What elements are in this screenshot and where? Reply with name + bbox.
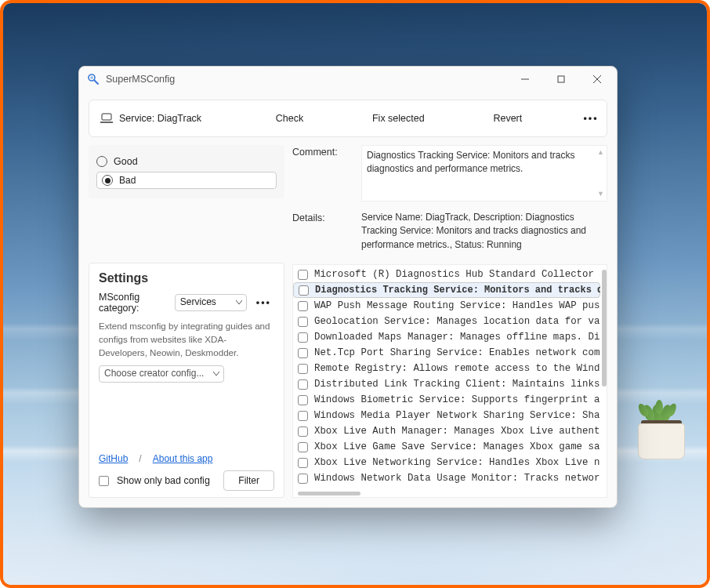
settings-hint-text: Extend msconfig by integrating guides an…: [99, 320, 274, 359]
list-item[interactable]: Downloaded Maps Manager: Manages offline…: [293, 329, 600, 345]
list-item-text: Xbox Live Game Save Service: Manages Xbo…: [314, 441, 600, 452]
list-item[interactable]: Geolocation Service: Manages location da…: [293, 314, 600, 329]
category-label: MSconfig category:: [99, 292, 168, 314]
svg-line-1: [94, 80, 98, 84]
radio-good-label: Good: [114, 156, 138, 167]
comment-text: Diagnostics Tracking Service: Monitors a…: [367, 150, 574, 174]
list-item-text: WAP Push Message Routing Service: Handle…: [314, 300, 600, 311]
svg-rect-4: [558, 76, 564, 82]
list-item[interactable]: Xbox Live Auth Manager: Manages Xbox Liv…: [293, 423, 600, 439]
settings-heading: Settings: [99, 271, 274, 285]
radio-bad-label: Bad: [119, 175, 136, 186]
toolbar-more-button[interactable]: •••: [575, 100, 607, 136]
comment-textarea[interactable]: Diagnostics Tracking Service: Monitors a…: [361, 145, 607, 201]
list-item-text: Windows Media Player Network Sharing Ser…: [314, 410, 600, 421]
list-item[interactable]: Windows Media Player Network Sharing Ser…: [293, 408, 600, 423]
github-link[interactable]: GitHub: [99, 453, 128, 464]
details-label: Details:: [292, 211, 355, 223]
check-button[interactable]: Check: [260, 100, 319, 136]
list-item[interactable]: Microsoft (R) Diagnostics Hub Standard C…: [293, 267, 600, 282]
window-title: SuperMSConfig: [106, 74, 175, 85]
services-list[interactable]: Microsoft (R) Diagnostics Hub Standard C…: [292, 264, 607, 498]
list-item-text: Distributed Link Tracking Client: Mainta…: [314, 379, 600, 390]
list-vertical-scrollbar[interactable]: [602, 270, 607, 478]
radio-dot-icon: [96, 156, 107, 167]
fix-selected-button[interactable]: Fix selected: [357, 100, 440, 136]
titlebar[interactable]: SuperMSConfig: [79, 67, 617, 92]
list-item-text: Windows Network Data Usage Monitor: Trac…: [314, 473, 600, 484]
list-item-checkbox[interactable]: [298, 395, 308, 405]
list-item-text: Geolocation Service: Manages location da…: [314, 316, 600, 327]
settings-panel: Settings MSconfig category: Services •••: [89, 263, 284, 498]
list-item-checkbox[interactable]: [298, 348, 308, 358]
list-item-text: Xbox Live Networking Service: Handles Xb…: [314, 457, 600, 468]
list-item-checkbox[interactable]: [298, 317, 308, 327]
list-item-checkbox[interactable]: [298, 301, 308, 311]
radio-good[interactable]: Good: [96, 151, 277, 172]
radio-bad[interactable]: Bad: [96, 172, 277, 189]
list-item-checkbox[interactable]: [298, 411, 308, 421]
window-maximize-button[interactable]: [543, 67, 579, 91]
list-item[interactable]: Remote Registry: Allows remote access to…: [293, 361, 600, 376]
list-item-text: Diagnostics Tracking Service: Monitors a…: [315, 285, 600, 296]
status-radio-group: Good Bad: [89, 145, 284, 198]
category-select[interactable]: Services: [175, 294, 247, 311]
list-item-checkbox[interactable]: [298, 474, 308, 484]
list-item-checkbox[interactable]: [298, 442, 308, 452]
chevron-down-icon: [213, 372, 219, 376]
list-item-text: Remote Registry: Allows remote access to…: [314, 363, 600, 374]
list-item-text: Windows Biometric Service: Supports fing…: [314, 394, 600, 405]
list-item[interactable]: Net.Tcp Port Sharing Service: Enables ne…: [293, 345, 600, 361]
svg-rect-7: [102, 114, 111, 120]
list-item[interactable]: Diagnostics Tracking Service: Monitors a…: [293, 282, 600, 298]
about-link[interactable]: About this app: [153, 453, 213, 464]
chevron-down-icon: [236, 300, 242, 305]
list-item[interactable]: Xbox Live Game Save Service: Manages Xbo…: [293, 439, 600, 455]
list-item[interactable]: Windows Network Data Usage Monitor: Trac…: [293, 470, 600, 486]
scroll-down-icon: ▼: [597, 189, 605, 199]
laptop-icon: [100, 113, 113, 124]
list-item-checkbox[interactable]: [298, 332, 308, 343]
category-value: Services: [180, 296, 216, 307]
list-item-text: Xbox Live Auth Manager: Manages Xbox Liv…: [314, 426, 600, 437]
comment-label: Comment:: [292, 145, 355, 158]
show-only-bad-label: Show only bad config: [117, 475, 216, 486]
toolbar: Service: DiagTrack Check Fix selected Re…: [89, 100, 607, 137]
list-item-text: Microsoft (R) Diagnostics Hub Standard C…: [314, 269, 600, 280]
svg-point-2: [90, 76, 93, 79]
link-separator: /: [139, 453, 141, 464]
desktop-plant-decor: [630, 389, 693, 459]
filter-button[interactable]: Filter: [223, 470, 274, 491]
show-only-bad-checkbox[interactable]: [99, 476, 109, 486]
window-minimize-button[interactable]: [507, 67, 543, 91]
settings-more-button[interactable]: •••: [253, 297, 274, 308]
creator-config-select[interactable]: Choose creator config...: [99, 365, 224, 383]
creator-config-placeholder: Choose creator config...: [104, 368, 204, 379]
revert-button[interactable]: Revert: [477, 100, 538, 136]
list-item-text: Net.Tcp Port Sharing Service: Enables ne…: [314, 347, 600, 358]
list-item[interactable]: Distributed Link Tracking Client: Mainta…: [293, 376, 600, 392]
list-item[interactable]: Windows Biometric Service: Supports fing…: [293, 392, 600, 408]
window-close-button[interactable]: [579, 67, 615, 91]
list-item-checkbox[interactable]: [298, 379, 308, 390]
app-icon: [87, 73, 100, 85]
list-item-checkbox[interactable]: [299, 285, 309, 296]
list-item-text: Downloaded Maps Manager: Manages offline…: [314, 332, 600, 343]
scroll-up-icon: ▲: [597, 147, 605, 158]
list-horizontal-scrollbar[interactable]: [298, 492, 360, 495]
list-item-checkbox[interactable]: [298, 458, 308, 468]
list-item[interactable]: WAP Push Message Routing Service: Handle…: [293, 298, 600, 314]
list-item-checkbox[interactable]: [298, 364, 308, 374]
list-item-checkbox[interactable]: [298, 426, 308, 437]
radio-dot-icon: [102, 175, 113, 186]
details-text: Service Name: DiagTrack, Description: Di…: [361, 211, 607, 252]
app-window: SuperMSConfig: [78, 66, 618, 508]
toolbar-service-label: Service: DiagTrack: [89, 113, 223, 124]
list-item-checkbox[interactable]: [298, 270, 308, 280]
list-item[interactable]: Xbox Live Networking Service: Handles Xb…: [293, 455, 600, 470]
service-name-text: Service: DiagTrack: [119, 113, 201, 124]
